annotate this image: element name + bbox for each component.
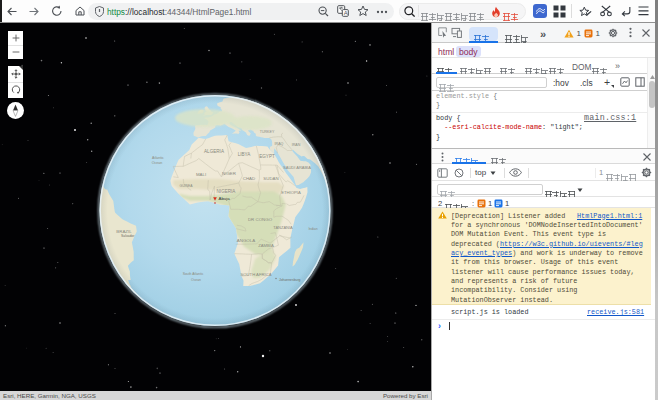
svg-text:ALGERIA: ALGERIA bbox=[204, 149, 225, 154]
svg-text:NIGER: NIGER bbox=[222, 171, 236, 176]
svg-text:SOUTH AFRICA: SOUTH AFRICA bbox=[241, 272, 272, 277]
svg-text:ETHIOPIA: ETHIOPIA bbox=[281, 190, 301, 195]
svg-text:ANGOLA: ANGOLA bbox=[237, 238, 255, 243]
svg-text:Indian: Indian bbox=[308, 227, 317, 231]
svg-text:SAUDI ARABIA: SAUDI ARABIA bbox=[283, 165, 311, 170]
svg-text:NIGERIA: NIGERIA bbox=[217, 189, 237, 194]
svg-text:Johannesburg: Johannesburg bbox=[279, 278, 301, 282]
svg-text:IRAQ: IRAQ bbox=[275, 142, 284, 146]
svg-text:TANZANIA: TANZANIA bbox=[273, 225, 293, 230]
svg-text:Abuja: Abuja bbox=[219, 196, 231, 201]
svg-text:Salvador: Salvador bbox=[121, 234, 135, 238]
svg-text:ZAMBIA: ZAMBIA bbox=[258, 243, 274, 248]
svg-text:MALI: MALI bbox=[196, 172, 206, 177]
svg-text:South Atlantic: South Atlantic bbox=[183, 272, 204, 276]
svg-text:GUINEA: GUINEA bbox=[180, 184, 194, 188]
svg-text:TURKEY: TURKEY bbox=[260, 130, 275, 134]
svg-text:DR CONGO: DR CONGO bbox=[248, 217, 273, 222]
svg-text:IRAN: IRAN bbox=[292, 143, 301, 147]
svg-text:A: A bbox=[344, 10, 348, 16]
svg-text:Ocean: Ocean bbox=[191, 278, 201, 282]
svg-text:Atlantic: Atlantic bbox=[152, 156, 164, 160]
svg-text:SUDAN: SUDAN bbox=[263, 176, 278, 181]
svg-text:LIBYA: LIBYA bbox=[238, 152, 252, 157]
svg-text:EGYPT: EGYPT bbox=[259, 154, 275, 159]
svg-text:CHAD: CHAD bbox=[243, 176, 255, 181]
svg-text:Ocean: Ocean bbox=[152, 161, 163, 165]
